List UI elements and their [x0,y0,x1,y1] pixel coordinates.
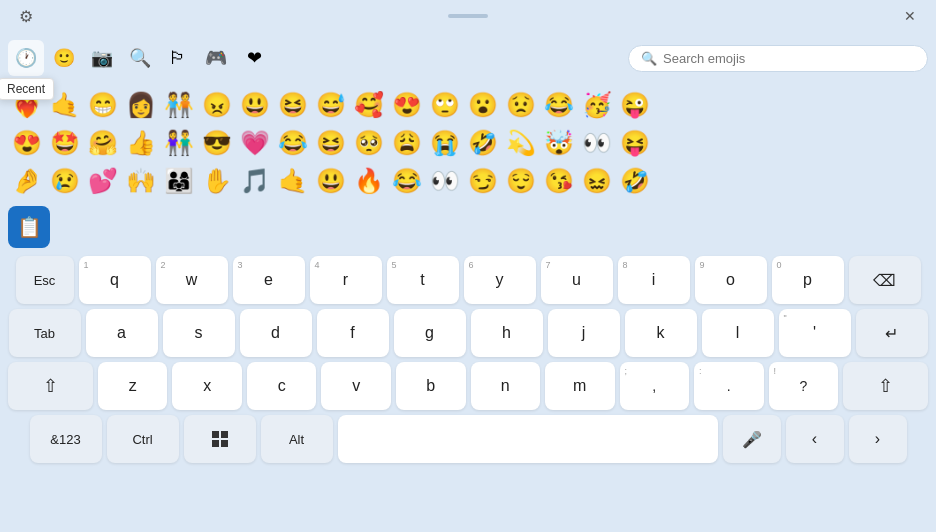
emoji-cell[interactable]: 😌 [502,162,540,200]
emoji-cell[interactable]: 🤯 [540,124,578,162]
key-‹[interactable]: ‹ [786,415,844,463]
emoji-cell[interactable]: 😍 [388,86,426,124]
key-e[interactable]: 3e [233,256,305,304]
emoji-cell[interactable]: 🤩 [46,124,84,162]
key-&123[interactable]: &123 [30,415,102,463]
tab-smileys[interactable]: 🙂 [46,40,82,76]
key-⇧[interactable]: ⇧ [8,362,93,410]
key-›[interactable]: › [849,415,907,463]
key-x[interactable]: x [172,362,242,410]
key-Ctrl[interactable]: Ctrl [107,415,179,463]
key-.[interactable]: :. [694,362,764,410]
key-w[interactable]: 2w [156,256,228,304]
emoji-cell[interactable]: 🥰 [350,86,388,124]
key-🎤[interactable]: 🎤 [723,415,781,463]
tab-symbols[interactable]: ❤ [236,40,272,76]
key-g[interactable]: g [394,309,466,357]
key-r[interactable]: 4r [310,256,382,304]
close-button[interactable]: ✕ [896,2,924,30]
emoji-cell[interactable]: 😮 [464,86,502,124]
key-n[interactable]: n [471,362,541,410]
key-f[interactable]: f [317,309,389,357]
emoji-cell[interactable]: 🥳 [578,86,616,124]
key-i[interactable]: 8i [618,256,690,304]
emoji-cell[interactable]: 🤗 [84,124,122,162]
emoji-cell[interactable]: 🙌 [122,162,160,200]
emoji-cell[interactable]: 🤙 [274,162,312,200]
key-m[interactable]: m [545,362,615,410]
emoji-cell[interactable]: 👩 [122,86,160,124]
emoji-cell[interactable]: 🥺 [350,124,388,162]
emoji-cell[interactable]: 😅 [312,86,350,124]
emoji-cell[interactable]: 😖 [578,162,616,200]
key-?[interactable]: !? [769,362,839,410]
emoji-cell[interactable]: 💕 [84,162,122,200]
emoji-cell[interactable]: 🤣 [464,124,502,162]
emoji-cell[interactable]: 😍 [8,124,46,162]
emoji-cell[interactable]: 😂 [274,124,312,162]
clipboard-button[interactable]: 📋 [8,206,50,248]
tab-flags[interactable]: 🏳 [160,40,196,76]
emoji-cell[interactable]: 🔥 [350,162,388,200]
settings-button[interactable]: ⚙ [12,2,40,30]
key-space[interactable] [338,415,718,463]
search-bar[interactable]: 🔍 [628,45,928,72]
emoji-cell[interactable]: 💗 [236,124,274,162]
emoji-cell[interactable]: 😂 [388,162,426,200]
emoji-cell[interactable]: 😜 [616,86,654,124]
search-input[interactable] [663,51,915,66]
emoji-cell[interactable]: 👀 [426,162,464,200]
key-a[interactable]: a [86,309,158,357]
emoji-cell[interactable]: 😝 [616,124,654,162]
key-l[interactable]: l [702,309,774,357]
emoji-cell[interactable]: 💫 [502,124,540,162]
emoji-cell[interactable]: 🤣 [616,162,654,200]
emoji-cell[interactable]: 😃 [236,86,274,124]
tab-kaomoji[interactable]: 📷 [84,40,120,76]
key-k[interactable]: k [625,309,697,357]
key-o[interactable]: 9o [695,256,767,304]
key-Tab[interactable]: Tab [9,309,81,357]
emoji-cell[interactable]: 👍 [122,124,160,162]
key-d[interactable]: d [240,309,312,357]
key-s[interactable]: s [163,309,235,357]
key-u[interactable]: 7u [541,256,613,304]
key-⌫[interactable]: ⌫ [849,256,921,304]
emoji-cell[interactable]: 😆 [312,124,350,162]
key-Alt[interactable]: Alt [261,415,333,463]
emoji-cell[interactable]: 🙄 [426,86,464,124]
tab-recent[interactable]: 🕐 Recent [8,40,44,76]
key-z[interactable]: z [98,362,168,410]
key-j[interactable]: j [548,309,620,357]
key-⇧[interactable]: ⇧ [843,362,928,410]
key-h[interactable]: h [471,309,543,357]
key-,[interactable]: ;, [620,362,690,410]
emoji-cell[interactable]: 😎 [198,124,236,162]
key-y[interactable]: 6y [464,256,536,304]
emoji-cell[interactable]: ✋ [198,162,236,200]
emoji-cell[interactable]: 😏 [464,162,502,200]
key-↵[interactable]: ↵ [856,309,928,357]
emoji-cell[interactable]: 😩 [388,124,426,162]
emoji-cell[interactable]: 🤌 [8,162,46,200]
key-c[interactable]: c [247,362,317,410]
emoji-cell[interactable]: 😆 [274,86,312,124]
key-b[interactable]: b [396,362,466,410]
emoji-cell[interactable]: 😭 [426,124,464,162]
emoji-cell[interactable]: 👫 [160,124,198,162]
key-'[interactable]: "' [779,309,851,357]
emoji-cell[interactable]: 😘 [540,162,578,200]
key-q[interactable]: 1q [79,256,151,304]
emoji-cell[interactable]: 👨‍👩‍👧 [160,162,198,200]
emoji-cell[interactable]: 🎵 [236,162,274,200]
emoji-cell[interactable]: 😃 [312,162,350,200]
emoji-cell[interactable]: 👀 [578,124,616,162]
key-p[interactable]: 0p [772,256,844,304]
emoji-cell[interactable]: 😢 [46,162,84,200]
key-t[interactable]: 5t [387,256,459,304]
emoji-cell[interactable]: 😟 [502,86,540,124]
tab-search[interactable]: 🔍 [122,40,158,76]
key-v[interactable]: v [321,362,391,410]
key-Esc[interactable]: Esc [16,256,74,304]
emoji-cell[interactable]: 😂 [540,86,578,124]
